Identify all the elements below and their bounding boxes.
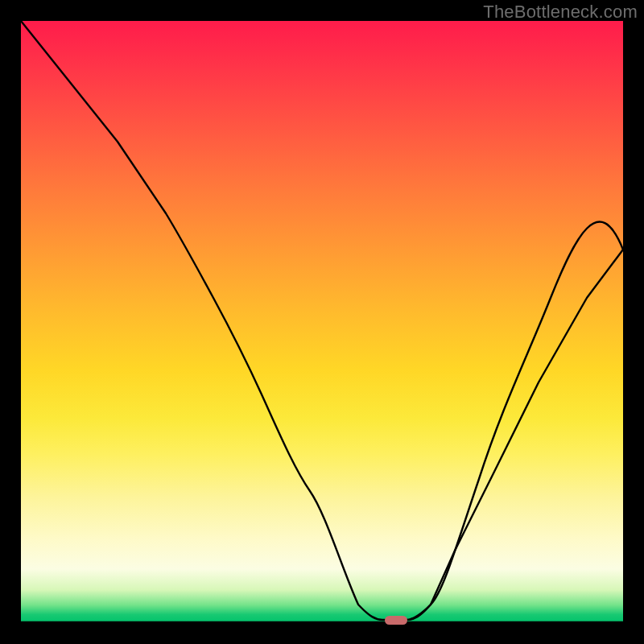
- chart-frame: TheBottleneck.com: [0, 0, 644, 644]
- plot-area: [21, 21, 623, 623]
- chart-svg: [21, 21, 623, 623]
- bottleneck-curve-right: [407, 250, 623, 620]
- bottleneck-curve: [21, 21, 623, 620]
- optimal-marker: [385, 616, 407, 625]
- watermark-text: TheBottleneck.com: [483, 2, 638, 23]
